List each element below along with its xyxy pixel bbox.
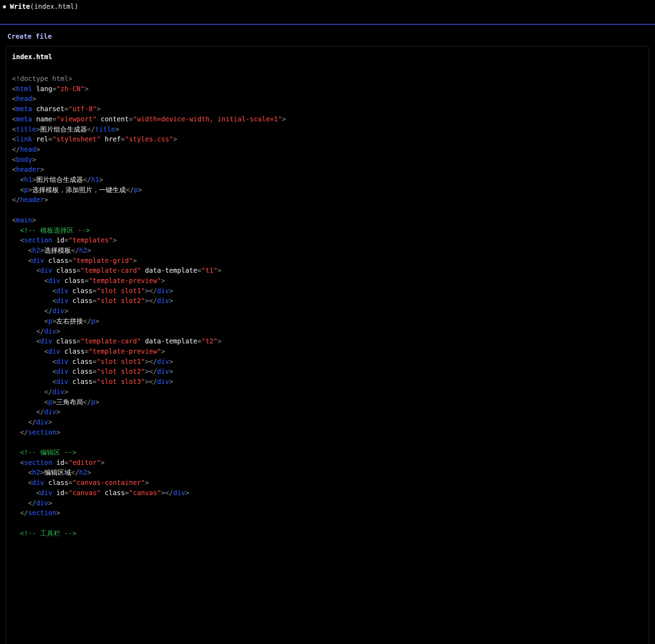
code-token: body bbox=[16, 156, 32, 163]
code-line: <h2>编辑区域</h2> bbox=[12, 467, 643, 478]
code-token: "template-preview" bbox=[88, 277, 161, 284]
code-token: < bbox=[12, 165, 16, 173]
divider-line bbox=[0, 24, 655, 25]
code-token: </ bbox=[12, 307, 52, 315]
code-token: name bbox=[32, 115, 52, 123]
code-token: > bbox=[113, 236, 117, 244]
code-token: = bbox=[125, 489, 129, 497]
code-token: < bbox=[12, 135, 16, 143]
code-token: p bbox=[134, 186, 138, 194]
code-token: div bbox=[56, 367, 68, 375]
code-line: <!-- 编辑区 --> bbox=[12, 447, 643, 457]
code-line: <div class="template-card" data-template… bbox=[12, 265, 643, 276]
code-line: </div> bbox=[12, 306, 643, 316]
code-token: "zh-CN" bbox=[56, 85, 85, 93]
code-line: </section> bbox=[12, 508, 643, 518]
code-token: > bbox=[185, 489, 189, 497]
code-token: > bbox=[87, 468, 91, 476]
code-token: html bbox=[16, 85, 32, 93]
code-token: < bbox=[12, 266, 40, 274]
code-token: = bbox=[76, 266, 80, 274]
code-token: ></ bbox=[145, 367, 157, 375]
code-line: <div class="canvas-container"> bbox=[12, 478, 643, 488]
code-token: = bbox=[93, 367, 96, 375]
code-line: </section> bbox=[12, 427, 643, 437]
code-token: "canvas" bbox=[129, 489, 161, 497]
code-token: div bbox=[173, 489, 185, 497]
code-token: > bbox=[173, 135, 177, 143]
code-token: "canvas" bbox=[68, 489, 101, 497]
code-token: class bbox=[52, 337, 76, 345]
code-token: > bbox=[64, 307, 68, 315]
code-token: "slot slot1" bbox=[96, 358, 145, 365]
code-token: p bbox=[48, 398, 52, 406]
code-token: = bbox=[48, 135, 52, 143]
code-line: <div class="slot slot1"></div> bbox=[12, 356, 643, 367]
code-line: <head> bbox=[12, 94, 643, 104]
code-token: > bbox=[32, 156, 36, 163]
code-token: id bbox=[52, 489, 64, 497]
code-token: 选择模板 bbox=[44, 246, 71, 254]
code-token: div bbox=[40, 337, 52, 345]
code-token: = bbox=[85, 347, 88, 355]
code-line: <div class="template-preview"> bbox=[12, 346, 643, 356]
code-token: div bbox=[56, 358, 68, 365]
code-token: div bbox=[48, 277, 60, 284]
code-token: 左右拼接 bbox=[56, 317, 83, 325]
code-line: </head> bbox=[12, 144, 643, 154]
code-token: < bbox=[12, 176, 24, 183]
code-token: < bbox=[12, 468, 32, 476]
code-token: = bbox=[197, 337, 201, 345]
code-token: = bbox=[64, 459, 68, 466]
code-token: div bbox=[48, 347, 60, 355]
code-token: < bbox=[12, 489, 40, 497]
code-token: div bbox=[32, 479, 44, 486]
code-token: "viewport" bbox=[56, 115, 96, 123]
code-token: class bbox=[68, 367, 93, 375]
file-preview-box: index.html <!doctype html><html lang="zh… bbox=[6, 46, 649, 644]
code-line: <body> bbox=[12, 154, 643, 165]
code-token: > bbox=[44, 196, 48, 203]
code-line: <p>选择模板，添加照片，一键生成</p> bbox=[12, 185, 643, 195]
code-token: > bbox=[115, 125, 119, 133]
code-token: div bbox=[40, 266, 52, 274]
code-token: class bbox=[52, 266, 76, 274]
code-token: section bbox=[28, 428, 56, 436]
tool-status-icon: ● bbox=[3, 4, 6, 9]
code-token: </ bbox=[12, 196, 20, 203]
code-token: </ bbox=[126, 186, 134, 194]
code-token: > bbox=[145, 479, 149, 486]
code-token: div bbox=[157, 358, 169, 365]
code-token: > bbox=[64, 388, 68, 396]
code-token: = bbox=[93, 297, 96, 304]
create-file-label: Create file bbox=[7, 32, 52, 40]
code-token: class bbox=[68, 287, 93, 295]
code-token: 图片组合生成器 bbox=[36, 176, 83, 183]
code-token: > bbox=[217, 337, 221, 345]
code-token: charset bbox=[32, 105, 64, 113]
code-token: div bbox=[157, 378, 169, 385]
code-token: > bbox=[169, 297, 173, 304]
code-token: < bbox=[12, 367, 56, 375]
code-token: < bbox=[12, 277, 48, 284]
code-token: div bbox=[157, 297, 169, 304]
code-token: </ bbox=[83, 398, 91, 406]
code-token: div bbox=[56, 297, 68, 304]
code-token: class bbox=[60, 277, 85, 284]
code-token: ></ bbox=[161, 489, 173, 497]
code-line: <main> bbox=[12, 215, 643, 225]
code-token: < bbox=[12, 216, 16, 224]
code-token: "templates" bbox=[68, 236, 113, 244]
code-token: > bbox=[56, 428, 60, 436]
code-line: <meta name="viewport" content="width=dev… bbox=[12, 114, 643, 124]
code-token: = bbox=[68, 479, 72, 486]
code-token: "utf-8" bbox=[68, 105, 96, 113]
code-token: = bbox=[93, 378, 96, 385]
code-token: < bbox=[12, 246, 32, 254]
code-token: > bbox=[48, 499, 52, 507]
code-token: > bbox=[96, 105, 100, 113]
code-token: 图片组合生成器 bbox=[40, 125, 87, 133]
code-token: < bbox=[12, 378, 56, 385]
code-token: = bbox=[121, 135, 125, 143]
code-token: = bbox=[64, 489, 68, 497]
